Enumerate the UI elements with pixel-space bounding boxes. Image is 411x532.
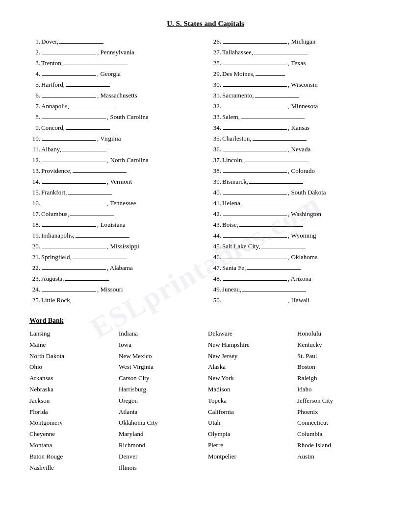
fill-blank[interactable] [245, 155, 308, 162]
fill-blank[interactable] [68, 188, 112, 194]
item-text: Frankfort, [41, 188, 201, 196]
word-bank-item: New Hampshire [208, 340, 292, 350]
fill-blank[interactable] [62, 145, 106, 151]
fill-blank[interactable] [223, 80, 287, 87]
fill-blank[interactable] [76, 231, 129, 238]
item-number: 44. [210, 232, 221, 240]
item-text: , Kansas [222, 123, 382, 132]
word-bank-item: Honolulu [297, 329, 382, 339]
item-after-text: , Georgia [97, 70, 121, 78]
word-bank-grid: LansingIndianaDelawareHonoluluMaineIowaN… [29, 329, 382, 473]
item-text: Hartford, [41, 80, 201, 89]
fill-blank[interactable] [42, 91, 96, 97]
item-number: 42. [210, 210, 221, 218]
item-text: , Texas [222, 58, 382, 67]
fill-blank[interactable] [42, 177, 106, 184]
item-number: 9. [29, 124, 40, 132]
item-text: , South Carolina [41, 112, 201, 121]
fill-blank[interactable] [261, 242, 306, 248]
fill-blank[interactable] [249, 177, 303, 184]
fill-blank[interactable] [223, 37, 287, 44]
fill-blank[interactable] [223, 295, 287, 302]
item-number: 29. [210, 70, 221, 78]
fill-blank[interactable] [42, 155, 106, 162]
list-item: 18., Louisiana [29, 220, 201, 229]
item-text: Salem, [222, 112, 382, 121]
list-item: 19.Indianapolis, [29, 231, 201, 240]
item-after-text: , Hawaii [288, 296, 309, 304]
list-item: 25.Little Rock, [29, 295, 201, 304]
fill-blank[interactable] [42, 285, 96, 291]
fill-blank[interactable] [255, 91, 299, 97]
item-number: 25. [29, 296, 40, 304]
word-bank-item: Madison [208, 385, 292, 395]
fill-blank[interactable] [223, 231, 287, 238]
item-number: 17. [29, 210, 40, 218]
fill-blank[interactable] [42, 112, 106, 119]
list-item: 50., Hawaii [210, 295, 382, 304]
fill-blank[interactable] [223, 101, 287, 108]
fill-blank[interactable] [64, 58, 128, 65]
list-item: 22., Alabama [29, 263, 201, 272]
item-after-text: , Texas [288, 59, 306, 67]
item-after-text: , Colorado [288, 167, 315, 175]
fill-blank[interactable] [59, 37, 103, 44]
fill-blank[interactable] [223, 145, 287, 151]
fill-blank[interactable] [223, 58, 287, 65]
item-number: 27. [210, 48, 221, 56]
list-item: 42., Washington [210, 209, 382, 218]
fill-blank[interactable] [42, 242, 106, 248]
item-number: 5. [29, 81, 40, 89]
word-bank-item: Arkansas [29, 373, 114, 384]
item-number: 32. [210, 102, 221, 110]
fill-blank[interactable] [223, 252, 287, 259]
fill-blank[interactable] [223, 123, 287, 130]
word-bank-item: Nebraska [29, 385, 114, 395]
fill-blank[interactable] [223, 209, 287, 216]
word-bank-item: Atlanta [119, 407, 203, 417]
fill-blank[interactable] [42, 220, 96, 227]
fill-blank[interactable] [66, 80, 110, 87]
item-text: Augusta, [41, 274, 201, 283]
fill-blank[interactable] [70, 101, 114, 108]
fill-blank[interactable] [73, 295, 127, 302]
item-after-text: , Alabama [107, 264, 133, 272]
item-before-text: Salt Lake City, [222, 242, 260, 250]
fill-blank[interactable] [239, 220, 303, 227]
fill-blank[interactable] [242, 285, 306, 291]
fill-blank[interactable] [70, 209, 114, 216]
fill-blank[interactable] [66, 123, 110, 130]
fill-blank[interactable] [223, 274, 287, 281]
fill-blank[interactable] [65, 274, 109, 281]
fill-blank[interactable] [254, 48, 308, 54]
fill-blank[interactable] [223, 188, 287, 194]
fill-blank[interactable] [253, 134, 307, 141]
item-number: 31. [210, 92, 221, 99]
fill-blank[interactable] [256, 69, 285, 76]
fill-blank[interactable] [42, 134, 96, 141]
fill-blank[interactable] [223, 166, 287, 173]
fill-blank[interactable] [42, 198, 106, 205]
item-text: , Minnesota [222, 101, 382, 110]
fill-blank[interactable] [42, 69, 96, 76]
item-number: 30. [210, 81, 221, 89]
fill-blank[interactable] [243, 198, 307, 205]
item-number: 12. [29, 156, 40, 164]
word-bank-item: Connecticut [297, 418, 382, 428]
item-number: 41. [210, 199, 221, 207]
item-before-text: Annapolis, [41, 102, 69, 110]
word-bank-item [208, 463, 292, 473]
fill-blank[interactable] [73, 166, 127, 173]
item-text: , Arizona [222, 274, 382, 283]
fill-blank[interactable] [247, 263, 301, 270]
word-bank-title: Word Bank [29, 317, 382, 325]
fill-blank[interactable] [42, 48, 96, 54]
word-bank-item: Olympia [208, 429, 292, 439]
item-text: , Washington [222, 209, 382, 218]
fill-blank[interactable] [241, 112, 305, 119]
fill-blank[interactable] [42, 263, 106, 270]
item-before-text: Providence, [41, 167, 72, 175]
list-item: 34., Kansas [210, 123, 382, 132]
fill-blank[interactable] [73, 252, 127, 259]
item-text: Providence, [41, 166, 201, 175]
